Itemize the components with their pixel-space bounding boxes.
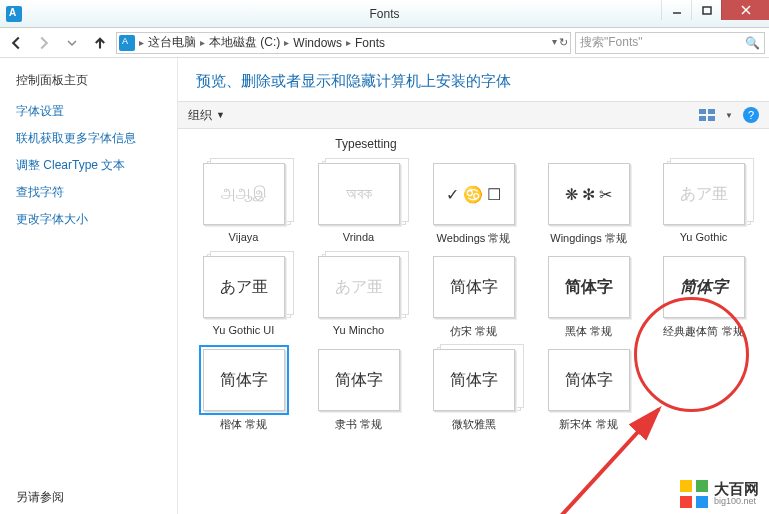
sidebar-link-cleartype[interactable]: 调整 ClearType 文本 (16, 157, 161, 174)
nav-up-button[interactable] (88, 31, 112, 55)
sidebar-link-online-fonts[interactable]: 联机获取更多字体信息 (16, 130, 161, 147)
font-preview: ✓ ♋ ☐ (433, 163, 515, 225)
font-preview: 简体字 (433, 349, 515, 411)
font-label: 仿宋 常规 (426, 324, 521, 339)
font-preview: あア亜 (663, 163, 745, 225)
font-preview: ❋ ✻ ✂ (548, 163, 630, 225)
view-options-button[interactable] (699, 107, 715, 123)
nav-dropdown-button[interactable] (60, 31, 84, 55)
sidebar-title: 控制面板主页 (16, 72, 161, 89)
font-label: 经典趣体简 常规 (656, 324, 751, 339)
svg-rect-1 (703, 7, 711, 14)
font-item[interactable]: 简体字微软雅黑 (426, 349, 521, 432)
location-icon (119, 35, 135, 51)
organize-button[interactable]: 组织 (188, 107, 212, 124)
app-icon (6, 6, 22, 22)
font-preview: অবক (318, 163, 400, 225)
chevron-down-icon[interactable]: ▼ (216, 110, 225, 120)
font-item[interactable]: 简体字隶书 常规 (311, 349, 406, 432)
breadcrumb[interactable]: ▸ 这台电脑 ▸ 本地磁盘 (C:) ▸ Windows ▸ Fonts ▾ ↻ (116, 32, 571, 54)
font-item[interactable]: ✓ ♋ ☐Webdings 常规 (426, 163, 521, 246)
font-preview: 简体字 (203, 349, 285, 411)
font-label: Vrinda (311, 231, 406, 243)
watermark: 大百网 big100.net (680, 480, 759, 508)
font-item[interactable]: あア亜Yu Mincho (311, 256, 406, 339)
font-item[interactable]: 简体字楷体 常规 (196, 349, 291, 432)
font-preview: 简体字 (548, 349, 630, 411)
chevron-down-icon[interactable]: ▼ (725, 111, 733, 120)
font-preview: 简体字 (663, 256, 745, 318)
font-item[interactable]: ❋ ✻ ✂Wingdings 常规 (541, 163, 636, 246)
breadcrumb-segment[interactable]: Windows (289, 36, 346, 50)
font-label: 新宋体 常规 (541, 417, 636, 432)
sidebar-link-font-settings[interactable]: 字体设置 (16, 103, 161, 120)
svg-rect-7 (708, 116, 715, 121)
font-preview: அஆஇ (203, 163, 285, 225)
font-label: 黑体 常规 (541, 324, 636, 339)
font-label: Yu Gothic (656, 231, 751, 243)
breadcrumb-segment[interactable]: 本地磁盘 (C:) (205, 34, 284, 51)
refresh-icon[interactable]: ↻ (559, 36, 568, 49)
svg-rect-4 (699, 109, 706, 114)
search-placeholder: 搜索"Fonts" (580, 34, 643, 51)
close-button[interactable] (721, 0, 769, 20)
font-label: 隶书 常规 (311, 417, 406, 432)
svg-rect-6 (699, 116, 706, 121)
font-item[interactable]: 简体字黑体 常规 (541, 256, 636, 339)
watermark-title: 大百网 (714, 481, 759, 498)
font-preview: あア亜 (318, 256, 400, 318)
font-label: Yu Gothic UI (196, 324, 291, 336)
sidebar-footer: 另请参阅 (16, 489, 64, 506)
sidebar-link-find-char[interactable]: 查找字符 (16, 184, 161, 201)
minimize-button[interactable] (661, 0, 691, 20)
chevron-down-icon[interactable]: ▾ (552, 36, 557, 49)
font-preview: 简体字 (318, 349, 400, 411)
font-item[interactable]: 简体字仿宋 常规 (426, 256, 521, 339)
page-title: 预览、删除或者显示和隐藏计算机上安装的字体 (178, 58, 769, 101)
font-preview: あア亜 (203, 256, 285, 318)
font-label: Vijaya (196, 231, 291, 243)
font-label: Wingdings 常规 (541, 231, 636, 246)
font-label: Typesetting (316, 137, 416, 151)
font-item[interactable]: அஆஇVijaya (196, 163, 291, 246)
nav-forward-button[interactable] (32, 31, 56, 55)
watermark-url: big100.net (714, 497, 759, 507)
help-icon[interactable]: ? (743, 107, 759, 123)
font-item[interactable]: অবকVrinda (311, 163, 406, 246)
search-input[interactable]: 搜索"Fonts" 🔍 (575, 32, 765, 54)
sidebar-link-font-size[interactable]: 更改字体大小 (16, 211, 161, 228)
watermark-logo-icon (680, 480, 708, 508)
font-label: 微软雅黑 (426, 417, 521, 432)
nav-back-button[interactable] (4, 31, 28, 55)
search-icon[interactable]: 🔍 (745, 36, 760, 50)
font-item[interactable]: あア亜Yu Gothic (656, 163, 751, 246)
svg-rect-5 (708, 109, 715, 114)
breadcrumb-segment[interactable]: 这台电脑 (144, 34, 200, 51)
font-item[interactable]: あア亜Yu Gothic UI (196, 256, 291, 339)
breadcrumb-segment[interactable]: Fonts (351, 36, 389, 50)
font-label: Webdings 常规 (426, 231, 521, 246)
font-label: 楷体 常规 (196, 417, 291, 432)
maximize-button[interactable] (691, 0, 721, 20)
window-title: Fonts (369, 7, 399, 21)
font-preview: 简体字 (433, 256, 515, 318)
font-preview: 简体字 (548, 256, 630, 318)
font-item[interactable]: 简体字经典趣体简 常规 (656, 256, 751, 339)
font-label: Yu Mincho (311, 324, 406, 336)
font-item[interactable]: 简体字新宋体 常规 (541, 349, 636, 432)
